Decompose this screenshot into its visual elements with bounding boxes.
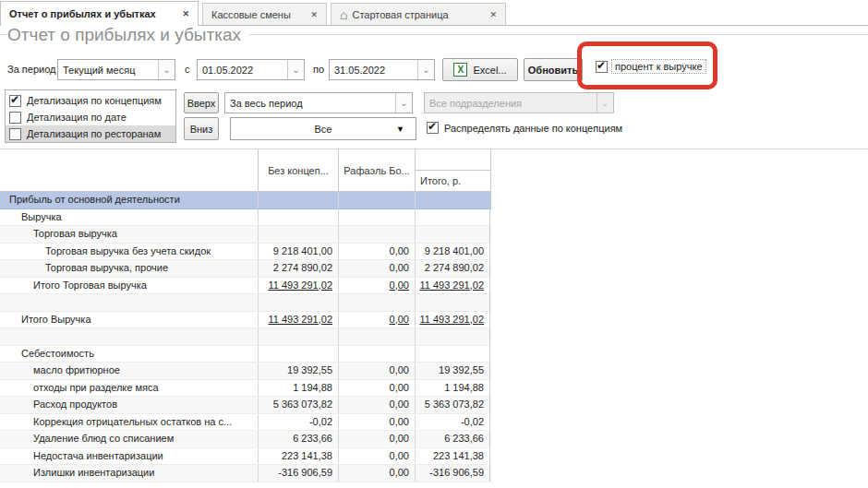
column-header-no-concept[interactable]: Без концеп... (259, 149, 338, 191)
table-row[interactable]: Итого Выручка 11 493 291,02 0,00 11 493 … (0, 312, 491, 329)
row-label: Излишки инвентаризации (0, 465, 258, 482)
whole-period-select[interactable]: За весь период ⌄ (224, 92, 413, 113)
detail-option-item[interactable]: Детализация по ресторанам (6, 125, 175, 142)
row-label: Коррекция отрицательных остатков на с... (0, 414, 258, 431)
row-label: Торговая выручка без учета скидок (0, 244, 258, 260)
table-row[interactable]: Недостача инвентаризации 223 141,38 0,00… (0, 448, 491, 466)
tab-start-page[interactable]: ⌂ Стартовая страница ✕ (331, 3, 506, 25)
dropdown-triangle-icon: ▼ (396, 125, 404, 134)
cell-total (415, 192, 490, 208)
concepts-filter-dropdown[interactable]: Все ▼ (230, 117, 416, 140)
table-row[interactable]: отходы при разделке мяса 1 194,88 0,00 1… (0, 380, 491, 398)
row-label: Итого Выручка (0, 312, 258, 328)
date-from-field[interactable]: 01.05.2022 ⌄ (197, 59, 305, 80)
cell-rafael: 0,00 (338, 448, 415, 465)
detail-option-item[interactable]: ✔ Детализация по концепциям (6, 92, 175, 109)
period-label: За период (7, 64, 55, 75)
cell-rafael: 0,00 (338, 278, 415, 294)
row-label: Удаление блюд со списанием (0, 431, 258, 447)
row-label: Выручка (0, 209, 258, 226)
table-row[interactable]: Торговая выручка (0, 226, 491, 244)
report-table-body: Прибыль от основной деятельности Выручка… (0, 192, 491, 482)
column-divider (490, 149, 491, 191)
cell-total: 9 218 401,00 (415, 244, 490, 260)
move-up-button[interactable]: Вверх (184, 92, 219, 113)
table-row[interactable]: Торговая выручка, прочие 2 274 890,02 0,… (0, 260, 491, 278)
cell-rafael: 0,00 (338, 312, 415, 328)
cell-no-concept (258, 294, 338, 311)
close-icon[interactable]: ✕ (176, 9, 189, 18)
refresh-button[interactable]: Обновить (524, 58, 583, 81)
detail-option-label: Детализация по концепциям (27, 95, 162, 106)
cell-total (415, 328, 490, 345)
cell-no-concept: -316 906,59 (258, 465, 338, 482)
percent-to-revenue-label[interactable]: процент к выручке (611, 59, 706, 74)
chevron-down-icon[interactable]: ⌄ (287, 60, 304, 79)
page-title: Отчет о прибылях и убытках (7, 25, 241, 45)
distribute-by-concepts-checkbox[interactable]: ✔ (427, 122, 439, 134)
cell-no-concept: 5 363 073,82 (258, 397, 338, 413)
row-label (0, 294, 258, 311)
cell-rafael: 0,00 (338, 465, 415, 482)
cell-no-concept (258, 209, 338, 226)
table-row[interactable]: Расход продуктов 5 363 073,82 0,00 5 363… (0, 397, 491, 414)
move-down-label: Вниз (190, 124, 213, 135)
cell-total: 19 392,55 (415, 363, 490, 379)
table-row[interactable]: Прибыль от основной деятельности (0, 192, 491, 209)
date-to-field[interactable]: 31.05.2022 ⌄ (329, 59, 435, 80)
tab-cash-shifts[interactable]: Кассовые смены ✕ (202, 3, 327, 25)
check-icon: ✔ (428, 120, 437, 133)
chevron-down-icon[interactable]: ⌄ (395, 93, 412, 113)
tab-bar: Отчет о прибылях и убытках ✕ Кассовые см… (0, 0, 868, 26)
cell-no-concept: 9 218 401,00 (258, 244, 338, 260)
table-row[interactable]: Торговая выручка без учета скидок 9 218 … (0, 244, 491, 261)
cell-rafael (338, 346, 415, 363)
tab-profit-loss-report[interactable]: Отчет о прибылях и убытках ✕ (0, 1, 199, 26)
close-icon[interactable]: ✕ (305, 10, 318, 19)
period-select-value: Текущий месяц (58, 65, 158, 76)
cell-rafael: 0,00 (338, 397, 415, 413)
row-label: Торговая выручка, прочие (0, 260, 258, 277)
column-header-rafael[interactable]: Рафаэль Бо... (339, 149, 415, 191)
column-header-total-label: Итого, р. (416, 171, 490, 191)
distribute-by-concepts-label: Распределять данные по концепциям (444, 123, 622, 134)
cell-total: 11 493 291,02 (415, 278, 490, 294)
table-row[interactable]: Итого Торговая выручка 11 493 291,02 0,0… (0, 278, 491, 295)
period-select[interactable]: Текущий месяц ⌄ (57, 59, 175, 80)
chevron-down-icon: ⌄ (597, 93, 613, 113)
checkbox[interactable] (9, 128, 21, 140)
excel-icon: X (453, 63, 467, 77)
excel-button-label: Excel... (473, 65, 506, 76)
excel-export-button[interactable]: X Excel... (442, 58, 518, 81)
table-row[interactable]: масло фритюрное 19 392,55 0,00 19 392,55 (0, 363, 491, 380)
row-label: Расход продуктов (0, 397, 258, 413)
table-row[interactable]: Коррекция отрицательных остатков на с...… (0, 414, 491, 432)
tab-label: Кассовые смены (211, 9, 291, 20)
detail-option-label: Детализация по ресторанам (27, 128, 161, 139)
table-row[interactable]: Излишки инвентаризации -316 906,59 0,00 … (0, 465, 491, 482)
checkbox[interactable] (9, 112, 21, 124)
cell-no-concept (258, 192, 338, 208)
percent-to-revenue-checkbox[interactable]: ✔ (596, 61, 608, 73)
chevron-down-icon[interactable]: ⌄ (417, 60, 434, 79)
detail-options-list: ✔ Детализация по концепциям Детализация … (5, 89, 176, 143)
table-row[interactable]: Удаление блюд со списанием 6 233,66 0,00… (0, 431, 491, 448)
move-up-label: Вверх (187, 98, 216, 109)
table-row[interactable]: Себестоимость (0, 346, 491, 363)
table-row[interactable]: Выручка (0, 209, 491, 227)
table-row[interactable] (0, 294, 491, 312)
home-icon: ⌂ (340, 10, 347, 19)
column-header-total[interactable]: Итого, р. (416, 149, 490, 191)
tab-label: Стартовая страница (352, 9, 448, 20)
row-label (0, 328, 258, 345)
chevron-down-icon[interactable]: ⌄ (158, 60, 175, 79)
detail-option-item[interactable]: Детализация по дате (6, 109, 175, 125)
row-label: Торговая выручка (0, 226, 258, 243)
row-label: Себестоимость (0, 346, 258, 363)
checkbox[interactable]: ✔ (9, 95, 21, 107)
table-row[interactable] (0, 328, 491, 346)
cell-no-concept (258, 226, 338, 243)
cell-total: 5 363 073,82 (415, 397, 490, 413)
move-down-button[interactable]: Вниз (184, 117, 219, 140)
close-icon[interactable]: ✕ (484, 10, 497, 19)
